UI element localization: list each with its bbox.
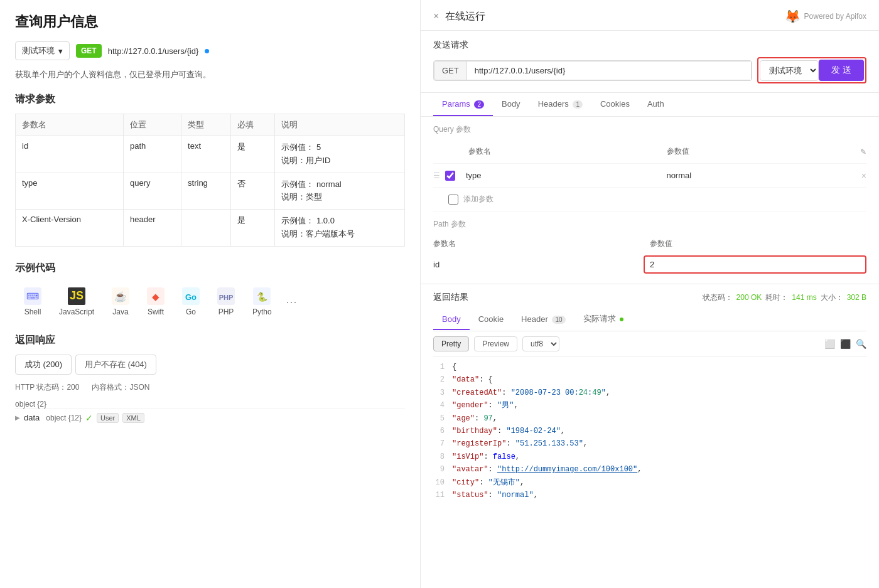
- shell-icon: ⌨: [24, 287, 41, 305]
- pretty-button[interactable]: Pretty: [433, 336, 469, 351]
- param-name-cell: type: [16, 173, 124, 210]
- param-required-cell: 否: [231, 173, 275, 210]
- send-url-input[interactable]: [467, 61, 752, 80]
- svg-text:☕: ☕: [114, 291, 127, 302]
- env-select-left[interactable]: 测试环境 ▾: [15, 41, 70, 60]
- query-header-row: 参数名 参数值 ✎: [433, 140, 866, 164]
- result-tab-header[interactable]: Header 10: [512, 309, 574, 330]
- path-param-id-value[interactable]: [644, 255, 866, 274]
- send-button[interactable]: 发 送: [819, 60, 864, 81]
- download-icon[interactable]: ⬛: [840, 339, 851, 349]
- code-tab-java[interactable]: ☕ Java: [103, 282, 138, 321]
- tab-headers[interactable]: Headers 1: [529, 93, 591, 116]
- line-number: 5: [433, 412, 452, 425]
- code-tab-php[interactable]: PHP PHP: [208, 282, 244, 321]
- javascript-icon: JS: [68, 287, 85, 305]
- content-type-info: 内容格式：JSON: [92, 382, 149, 393]
- time-label: 耗时：: [765, 292, 788, 303]
- params-count-badge: 2: [474, 100, 484, 109]
- result-tab-bar: Body Cookie Header 10 实际请求: [433, 308, 866, 331]
- apifox-logo-icon: 🦊: [785, 9, 801, 24]
- preview-button[interactable]: Preview: [474, 336, 517, 351]
- param-required-cell: 是: [231, 136, 275, 173]
- request-params-title: 请求参数: [15, 93, 405, 106]
- json-line: 3 "createdAt": "2008-07-23 00:24:49",: [433, 387, 866, 399]
- line-content: "city": "无锡市",: [452, 476, 524, 489]
- chevron-down-icon: ▾: [58, 46, 63, 56]
- line-content: "birthday": "1984-02-24",: [452, 425, 565, 437]
- type-param-checkbox[interactable]: [445, 171, 455, 181]
- result-tab-cookie[interactable]: Cookie: [470, 309, 512, 330]
- send-env-select[interactable]: 测试环境: [760, 60, 819, 81]
- table-row: type query string 否 示例值： normal 说明：类型: [16, 173, 405, 210]
- java-icon: ☕: [112, 287, 129, 305]
- go-icon: Go: [182, 287, 200, 305]
- tab-params[interactable]: Params 2: [433, 93, 493, 116]
- data-row: ▶ data object {12} ✓ User XML: [15, 409, 405, 427]
- tab-auth[interactable]: Auth: [639, 93, 673, 116]
- tab-body[interactable]: Body: [493, 93, 529, 116]
- code-tab-go[interactable]: Go Go: [173, 282, 208, 321]
- line-number: 1: [433, 361, 452, 373]
- col-header-name: 参数名: [16, 114, 124, 136]
- add-param-button[interactable]: 添加参数: [463, 191, 493, 207]
- type-param-name[interactable]: [460, 168, 655, 183]
- add-param-row: 添加参数: [433, 188, 866, 211]
- code-tab-shell[interactable]: ⌨ Shell: [15, 282, 50, 321]
- line-content: "data": {: [452, 373, 493, 386]
- copy-icon[interactable]: ⬜: [824, 339, 835, 349]
- tab-params-label: Params: [442, 99, 470, 109]
- svg-text:Go: Go: [185, 292, 197, 302]
- result-tab-actual[interactable]: 实际请求: [574, 308, 633, 331]
- search-icon[interactable]: 🔍: [856, 339, 866, 349]
- time-value: 141 ms: [792, 293, 816, 302]
- send-request-title: 发送请求: [433, 40, 866, 51]
- line-content: "status": "normal",: [452, 489, 538, 501]
- powered-by-label: Powered by Apifox: [804, 12, 866, 21]
- close-button[interactable]: ×: [433, 11, 439, 22]
- code-tab-javascript[interactable]: JS JavaScript: [50, 282, 103, 321]
- tab-cookies[interactable]: Cookies: [591, 93, 639, 116]
- code-tab-swift[interactable]: ◆ Swift: [138, 282, 173, 321]
- col-header-desc: 说明: [275, 114, 405, 136]
- edit-icon[interactable]: ✎: [860, 147, 866, 156]
- python-icon: 🐍: [253, 287, 271, 305]
- svg-text:◆: ◆: [152, 291, 159, 302]
- json-line: 1 {: [433, 361, 866, 373]
- line-content: "isVip": false,: [452, 451, 520, 463]
- status-code-label: 状态码：: [703, 292, 733, 303]
- result-tab-body[interactable]: Body: [433, 309, 470, 330]
- more-tabs-icon[interactable]: ⋯: [281, 290, 302, 314]
- tab-auth-label: Auth: [647, 99, 664, 109]
- col-header-required: 必填: [231, 114, 275, 136]
- path-params-label: Path 参数: [433, 219, 866, 230]
- check-icon: ✓: [85, 413, 93, 423]
- header-count-badge: 10: [552, 316, 565, 324]
- type-param-delete-icon[interactable]: ×: [861, 171, 866, 181]
- line-content: "gender": "男",: [452, 399, 519, 412]
- param-required-cell: 是: [231, 210, 275, 247]
- json-line: 9 "avatar": "http://dummyimage.com/100x1…: [433, 463, 866, 476]
- param-desc-cell: 示例值： 5 说明：用户ID: [275, 136, 405, 173]
- table-row: id path text 是 示例值： 5 说明：用户ID: [16, 136, 405, 173]
- json-line: 5 "age": 97,: [433, 412, 866, 425]
- path-col-value: 参数值: [650, 238, 866, 249]
- drag-handle-icon: ☰: [433, 171, 440, 180]
- line-number: 8: [433, 451, 452, 463]
- add-param-checkbox[interactable]: [448, 195, 458, 205]
- query-param-row-type: ☰ ×: [433, 164, 866, 188]
- format-bar: Pretty Preview utf8 ⬜ ⬛ 🔍: [433, 331, 866, 357]
- response-tab-success[interactable]: 成功 (200): [15, 355, 72, 375]
- query-col-value: 参数值: [662, 144, 855, 159]
- path-param-row-id: id: [433, 253, 866, 276]
- svg-text:PHP: PHP: [219, 294, 234, 301]
- param-name-cell: id: [16, 136, 124, 173]
- data-type-badge: object {12}: [46, 414, 82, 422]
- line-number: 7: [433, 437, 452, 450]
- line-content: "createdAt": "2008-07-23 00:24:49",: [452, 387, 610, 399]
- code-tab-python[interactable]: 🐍 Pytho: [244, 282, 281, 321]
- encoding-select[interactable]: utf8: [522, 336, 559, 351]
- response-tab-404[interactable]: 用户不存在 (404): [75, 355, 156, 375]
- return-response-title: 返回响应: [15, 334, 405, 347]
- type-param-value[interactable]: [661, 168, 856, 183]
